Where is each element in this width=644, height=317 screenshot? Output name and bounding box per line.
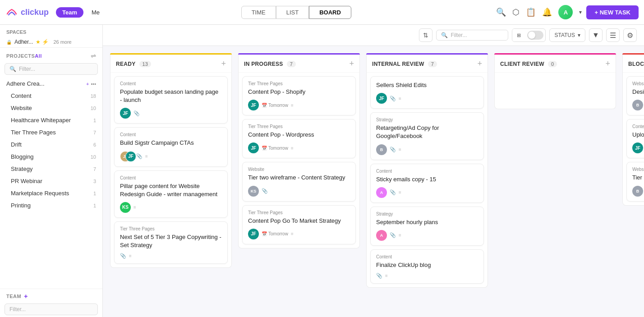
column-cr-header: CLIENT REVIEW 0 + xyxy=(495,55,616,73)
task-card[interactable]: Content Pillar page content for Website … xyxy=(114,170,228,218)
me-button[interactable]: Me xyxy=(88,7,103,18)
toggle-pill[interactable] xyxy=(527,31,543,40)
project-item-blogging[interactable]: Blogging 10 xyxy=(0,151,102,163)
task-card[interactable]: Content Build Sigstr Campaign CTAs JF JF… xyxy=(114,127,228,166)
status-dropdown[interactable]: STATUS ▾ xyxy=(549,28,585,42)
project-item-tier-three[interactable]: Tier Three Pages 7 xyxy=(0,126,102,138)
projects-label: PROJECTS xyxy=(6,53,35,59)
filter-funnel-button[interactable]: ▼ xyxy=(589,28,603,42)
project-item-strategy[interactable]: Strategy 7 xyxy=(0,163,102,175)
filter-input-placeholder: Filter... xyxy=(451,32,467,38)
task-card[interactable]: Strategy Retargeting/Ad Copy for Google/… xyxy=(370,112,484,160)
bell-icon[interactable]: 🔔 xyxy=(542,7,552,17)
view-options-button[interactable]: ☰ xyxy=(606,28,620,42)
status-label: STATUS xyxy=(554,32,575,38)
card-title: Design our w... xyxy=(632,88,644,96)
chevron-down-icon[interactable]: ▾ xyxy=(579,9,582,15)
sort-button[interactable]: ⇅ xyxy=(419,28,432,42)
avatar-img: B xyxy=(376,144,387,155)
adhere-icons: ★ ⚡ xyxy=(36,39,49,45)
logo[interactable]: clickup xyxy=(5,6,49,18)
cube-icon[interactable]: ⬡ xyxy=(512,7,520,17)
task-card[interactable]: Website Tier one serv tent populat... B xyxy=(626,162,644,201)
search-icon[interactable]: 🔍 xyxy=(496,7,506,17)
project-item-drift[interactable]: Drift 6 xyxy=(0,138,102,151)
task-card[interactable]: Content Sticky emails copy - 15 A 📎 ≡ xyxy=(370,164,484,203)
more-options-icon[interactable]: ••• xyxy=(91,81,96,87)
all-projects-link[interactable]: All xyxy=(35,53,42,59)
card-category: Content xyxy=(376,169,478,174)
column-blocked-title: BLOCKED xyxy=(628,61,644,67)
card-title: Tier one serv tent populat... xyxy=(632,174,644,182)
collapse-icon[interactable]: ⇌ xyxy=(91,52,97,60)
task-card[interactable]: Tier Three Pages Content Pop - Shopify J… xyxy=(242,76,356,115)
user-avatar[interactable]: A xyxy=(558,5,573,19)
avatar-img: KS xyxy=(248,186,259,197)
project-item-pr-webinar[interactable]: PR Webinar 3 xyxy=(0,175,102,187)
more-spaces-link[interactable]: 26 more xyxy=(53,39,71,45)
project-item-content[interactable]: Content 18 xyxy=(0,90,102,102)
card-footer: A 📎 ≡ xyxy=(376,187,478,198)
calendar-icon: 📅 xyxy=(262,231,267,236)
group-toggle-icon[interactable]: ⊞ xyxy=(512,29,525,41)
card-title: Retargeting/Ad Copy for Google/Facebook xyxy=(376,124,478,140)
settings-button[interactable]: ⚙ xyxy=(623,28,637,42)
column-ready-add[interactable]: + xyxy=(221,59,226,69)
project-item-printing[interactable]: Printing 1 xyxy=(0,199,102,211)
card-category: Content xyxy=(120,132,222,137)
column-inprogress-body: Tier Three Pages Content Pop - Shopify J… xyxy=(239,73,359,248)
avatar: JF xyxy=(125,151,136,162)
column-client-review: CLIENT REVIEW 0 + xyxy=(494,53,616,109)
column-ready-body: Content Populate budget season landing p… xyxy=(110,73,231,267)
column-cr-body xyxy=(495,73,616,109)
column-ir-add[interactable]: + xyxy=(477,59,482,69)
task-card[interactable]: Website Tier two wireframe - Content Str… xyxy=(242,162,356,201)
card-footer: KS ≡ xyxy=(120,202,222,213)
project-item-marketplace[interactable]: Marketplace Requests 1 xyxy=(0,187,102,199)
column-cr-add[interactable]: + xyxy=(605,59,610,69)
task-card[interactable]: Content Upload next spot templat... JF xyxy=(626,119,644,158)
add-project-icon[interactable]: + xyxy=(86,81,89,87)
task-card[interactable]: Sellers Shield Edits JF 📎 ≡ xyxy=(370,76,484,109)
column-inprogress-add[interactable]: + xyxy=(349,59,354,69)
task-card[interactable]: Content Finalize ClickUp blog 📎 ≡ xyxy=(370,249,484,284)
lines-icon: ≡ xyxy=(145,154,148,159)
project-item-website[interactable]: Website 10 xyxy=(0,102,102,114)
group-toggle[interactable]: ⊞ xyxy=(512,28,546,42)
tab-time[interactable]: TIME xyxy=(241,6,276,19)
task-card[interactable]: Tier Three Pages Next Set of 5 Tier 3 Pa… xyxy=(114,221,228,264)
project-item-healthcare[interactable]: Healthcare Whitepaper 1 xyxy=(0,114,102,126)
task-card[interactable]: Tier Three Pages Content Pop Go To Marke… xyxy=(242,205,356,244)
task-card[interactable]: Strategy September hourly plans A 📎 ≡ xyxy=(370,207,484,246)
lines-icon: ≡ xyxy=(133,205,136,210)
column-cr-title: CLIENT REVIEW xyxy=(500,61,544,67)
task-card[interactable]: Website Design our w... B xyxy=(626,76,644,115)
lines-icon: ≡ xyxy=(291,103,294,108)
column-inprogress-inner: IN PROGRESS 7 + Tier Three Pages Content… xyxy=(238,55,360,248)
adhere-space-row[interactable]: 🔒 Adher... ★ ⚡ 26 more xyxy=(0,37,102,48)
tab-board[interactable]: BOARD xyxy=(309,6,351,19)
project-filter[interactable]: 🔍 Filter... xyxy=(5,63,98,75)
task-card[interactable]: Tier Three Pages Content Pop - Wordpress… xyxy=(242,119,356,158)
clipboard-icon[interactable]: 📋 xyxy=(526,7,536,17)
lines-icon: ≡ xyxy=(399,233,401,238)
project-item-adhere[interactable]: Adhere Crea... + ••• xyxy=(0,78,102,90)
card-footer: 📎 ≡ xyxy=(376,273,478,279)
tab-list[interactable]: LIST xyxy=(276,6,309,19)
team-filter[interactable]: Filter... xyxy=(5,303,98,315)
new-task-button[interactable]: + NEW TASK xyxy=(586,5,639,19)
paperclip-icon: 📎 xyxy=(390,232,396,238)
calendar-icon: 📅 xyxy=(262,103,267,108)
card-footer: B xyxy=(632,186,644,197)
card-footer: B 📎 ≡ xyxy=(376,144,478,155)
add-team-icon[interactable]: + xyxy=(24,293,28,300)
column-ready-count: 13 xyxy=(139,61,151,67)
nav-right: 🔍 ⬡ 📋 🔔 A ▾ xyxy=(496,5,582,19)
team-badge[interactable]: Team xyxy=(56,7,83,18)
task-card[interactable]: Content Populate budget season landing p… xyxy=(114,76,228,124)
avatar: JF xyxy=(248,142,259,153)
column-in-progress: IN PROGRESS 7 + Tier Three Pages Content… xyxy=(238,53,360,248)
filter-input-group[interactable]: 🔍 Filter... xyxy=(436,30,508,41)
paperclip-icon: 📎 xyxy=(390,147,396,152)
card-footer: JF 📎 xyxy=(120,108,222,119)
